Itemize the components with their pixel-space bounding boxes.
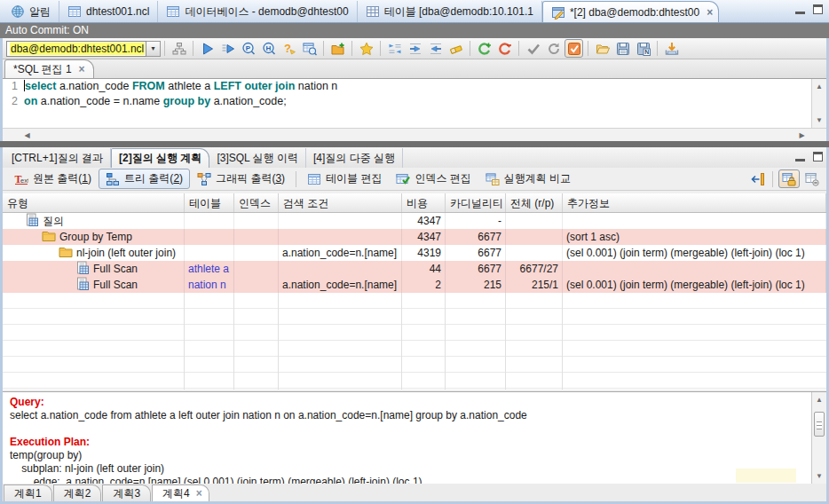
scroll-down-icon[interactable]: ▼ [812,114,826,127]
main-tab-1[interactable]: dhtest001.ncl [59,1,158,22]
scrollbar-thumb[interactable] [814,412,825,437]
scroll-right-icon[interactable]: ▶ [795,129,809,141]
plan-cell-7 [563,213,826,229]
editor-vertical-scrollbar[interactable]: ▲ ▼ [811,79,826,128]
text-output-button[interactable]: Text원본 출력(1) [7,169,99,189]
tab-close-icon[interactable]: × [196,487,202,500]
column-header-4[interactable]: 비용 [402,193,446,212]
graph-output-button[interactable]: 그래픽 출력(3) [190,169,292,189]
plan-text-scrollbar[interactable]: ▲ ▼ [811,392,826,484]
format-button[interactable] [385,39,404,58]
autocommit-toggle-button[interactable] [565,39,583,58]
plan-cell-2 [234,245,279,261]
scroll-up-icon[interactable]: ▲ [812,80,826,93]
plan-page-tab-3[interactable]: 계획4× [152,484,209,501]
splitter-handle[interactable] [0,141,829,147]
plan-row-1[interactable]: Group by Temp43476677(sort 1 asc) [3,229,826,245]
plan-row-0[interactable]: 질의4347- [3,213,826,229]
undo-button[interactable] [544,39,563,58]
query-plan-icon: P [241,42,256,56]
tab-close-icon[interactable]: × [707,7,713,18]
toolbar-separator [470,41,470,56]
close-icon[interactable]: × [79,63,85,75]
minimize-icon[interactable] [795,12,805,14]
grid-line [233,293,234,390]
result-tab-0[interactable]: [CTRL+1]질의 결과 [4,148,111,168]
save-button[interactable] [613,39,632,58]
result-tab-3[interactable]: [4]질의 다중 실행 [306,148,403,168]
scroll-down-icon[interactable]: ▼ [812,469,826,483]
import-button[interactable] [662,39,681,58]
tree-output-button[interactable]: 트리 출력(2) [99,169,190,189]
main-tab-2[interactable]: 데이터베이스 - demodb@dhtest00 [158,1,357,22]
index-edit-button[interactable]: 인덱스 편집 [389,169,478,189]
scroll-left-icon[interactable]: ◀ [20,129,34,141]
sql-text: nation n [295,80,337,92]
plan-page-tab-0[interactable]: 계획1 [4,484,52,501]
collapse-panel-button[interactable] [747,169,769,188]
panel-maximize-icon[interactable] [813,152,823,161]
column-header-6[interactable]: 전체 (r/p) [506,193,563,212]
main-tab-3[interactable]: 테이블 [dba@demodb:10.101.1 [358,1,542,22]
commit-add-button[interactable] [475,39,493,58]
toolbar-separator [296,171,296,187]
check-button[interactable] [524,39,542,58]
history-button[interactable]: H [259,39,278,58]
table-name-link[interactable]: nation n [188,279,226,291]
column-header-0[interactable]: 유형 [3,193,185,212]
plan-row-4[interactable]: Full Scannation na.nation_code=n.[name]2… [3,277,826,293]
run-button[interactable] [198,39,217,58]
sql-text: athlete a [165,80,214,92]
sql-keyword: FROM [132,80,165,92]
main-tab-label: *[2] dba@demodb:dhtest00 [570,6,699,19]
column-header-5[interactable]: 카디널리티 [446,193,506,212]
autocommit-toggle-icon [567,42,581,56]
plan-page-tab-2[interactable]: 계획3 [102,484,151,501]
connection-combo[interactable]: dba@demodb:dhtest001.ncl [6,41,146,57]
save-as-button[interactable]: N [634,39,652,58]
import-icon [665,42,679,56]
svg-text:P: P [245,44,250,52]
toolbar-separator [588,41,588,56]
plan-page-tab-1[interactable]: 계획2 [53,484,102,501]
table-remove-button[interactable] [801,169,823,188]
sql-editor-tab[interactable]: *SQL 편집 1 × [4,59,94,78]
panel-minimize-icon[interactable] [795,159,805,161]
run-icon [201,42,215,56]
schema-button[interactable] [170,39,188,58]
eraser-button[interactable] [446,39,465,58]
history-icon: H [262,42,276,56]
toolbar-separator [380,41,381,56]
column-header-7[interactable]: 추가정보 [563,193,826,212]
folder-add-button[interactable] [328,39,347,58]
rollback-button[interactable] [495,39,514,58]
column-header-1[interactable]: 테이블 [185,193,234,212]
indent-button[interactable] [406,39,424,58]
sql-keyword: LEFT outer join [214,80,296,92]
scroll-up-icon[interactable]: ▲ [812,393,826,406]
result-tab-1[interactable]: [2]질의 실행 계획 [111,148,209,168]
column-header-3[interactable]: 검색 조건 [279,193,402,212]
open-file-button[interactable] [593,39,612,58]
plan-row-2[interactable]: nl-join (left outer join)a.nation_code=n… [3,245,826,261]
query-plan-button[interactable]: P [239,39,257,58]
help-run-button[interactable]: ? [280,39,298,58]
plan-row-3[interactable]: Full Scanathlete a4466776677/27 [3,261,826,277]
column-header-2[interactable]: 인덱스 [234,193,279,212]
editor-horizontal-scrollbar[interactable]: ◀ ▶ [3,128,826,141]
sql-editor[interactable]: ▲ ▼ 1select a.nation_code FROM athlete a… [3,79,826,128]
table-edit-button[interactable]: 테이블 편집 [300,169,389,189]
lock-table-button[interactable] [778,169,800,188]
result-tab-2[interactable]: [3]SQL 실행 이력 [209,148,306,168]
outdent-button[interactable] [426,39,445,58]
plan-node-cell: Full Scan [3,261,185,277]
plan-compare-button[interactable]: 실행계획 비교 [478,169,578,189]
connection-dropdown-button[interactable]: ▾ [146,41,161,57]
favorites-button[interactable] [357,39,375,58]
run-batch-button[interactable] [218,39,237,58]
table-name-link[interactable]: athlete a [188,263,229,275]
maximize-icon[interactable] [813,4,823,14]
main-tab-0[interactable]: 알림 [3,1,59,22]
table-search-button[interactable] [300,39,319,58]
main-tab-4[interactable]: *[2] dba@demodb:dhtest00× [542,1,719,22]
